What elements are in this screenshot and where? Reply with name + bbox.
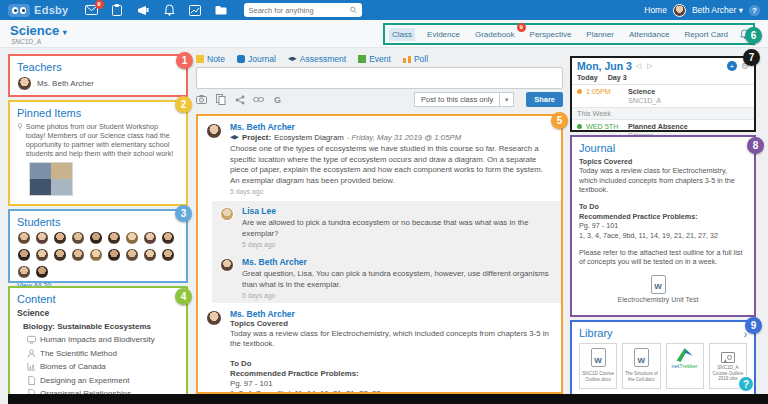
help-icon[interactable]: ? xyxy=(749,5,760,16)
library-item[interactable]: W The Structure of the Cell.docx xyxy=(622,343,660,389)
calendar-prev-icon[interactable]: ◁ xyxy=(636,62,643,70)
student-avatar[interactable] xyxy=(17,231,31,245)
analytics-icon[interactable] xyxy=(189,4,202,17)
composer-tab-event[interactable]: Event xyxy=(358,54,391,64)
post-title[interactable]: Ecosystem Diagram xyxy=(274,133,344,142)
teacher-item[interactable]: Ms. Beth Archer xyxy=(17,76,179,91)
tab-gradebook[interactable]: Gradebook9 xyxy=(472,28,518,41)
student-avatar[interactable] xyxy=(125,231,139,245)
student-avatar[interactable] xyxy=(143,231,157,245)
callout-3: 3 xyxy=(175,205,192,222)
post-timestamp: 5 days ago xyxy=(230,188,553,195)
share-nodes-icon[interactable] xyxy=(234,94,245,105)
journal-line: Recommended Practice Problems: xyxy=(579,212,747,221)
global-search[interactable] xyxy=(244,3,362,17)
content-unit[interactable]: Biology: Sustainable Ecosystems xyxy=(23,322,179,331)
calendar-event[interactable]: 1:05PM Science SNC1D_A xyxy=(572,85,754,107)
mail-icon[interactable]: 9 xyxy=(85,4,98,17)
post-author[interactable]: Ms. Beth Archer xyxy=(230,122,553,132)
reply-author[interactable]: Lisa Lee xyxy=(242,206,553,216)
feed-post-journal[interactable]: Ms. Beth Archer Topics Covered Today was… xyxy=(198,303,561,394)
library-title[interactable]: Library xyxy=(579,327,613,339)
tab-planner[interactable]: Planner xyxy=(583,28,617,41)
student-avatar[interactable] xyxy=(35,231,49,245)
camera-icon[interactable] xyxy=(196,94,207,105)
student-avatar[interactable] xyxy=(143,248,157,262)
post-replies: Lisa Lee Are we allowed to pick a tundra… xyxy=(212,201,561,303)
composer-tab-journal[interactable]: Journal xyxy=(237,54,276,64)
slideshow-icon xyxy=(27,335,36,344)
teachers-panel: Teachers Ms. Beth Archer xyxy=(8,54,188,97)
journal-attachment[interactable]: W Electrochemistry Unit Test xyxy=(603,275,713,305)
content-item[interactable]: Human Impacts and Biodiversity xyxy=(27,335,179,344)
link-icon[interactable] xyxy=(253,94,264,105)
student-avatar[interactable] xyxy=(107,248,121,262)
composer-tab-assessment[interactable]: Assessment xyxy=(288,54,346,64)
home-link[interactable]: Home xyxy=(644,5,667,15)
tab-report-card[interactable]: Report Card xyxy=(681,28,731,41)
calendar-date-title[interactable]: Mon, Jun 3 xyxy=(577,60,632,72)
bell-icon[interactable] xyxy=(163,4,176,17)
clipboard-icon[interactable] xyxy=(111,4,124,17)
student-avatar[interactable] xyxy=(71,231,85,245)
graduation-cap-icon xyxy=(288,57,297,62)
copy-paste-icon[interactable] xyxy=(215,94,226,105)
student-avatar[interactable] xyxy=(107,231,121,245)
post-composer: Note Journal Assessment Event Poll G Pos… xyxy=(196,54,563,112)
student-avatar[interactable] xyxy=(125,248,139,262)
student-avatar[interactable] xyxy=(53,231,67,245)
edsby-logo[interactable]: Edsby xyxy=(8,4,69,17)
help-bubble-icon[interactable]: ? xyxy=(738,376,754,392)
library-item[interactable]: netTrekker xyxy=(666,343,704,389)
content-item[interactable]: The Scientific Method xyxy=(27,349,179,358)
tab-attendance[interactable]: Attendance xyxy=(626,28,672,41)
pinned-photo-thumbnail[interactable] xyxy=(29,162,73,196)
calendar-next-icon[interactable]: ▷ xyxy=(647,62,654,70)
post-author[interactable]: Ms. Beth Archer xyxy=(230,309,553,319)
user-menu[interactable]: Beth Archer ▾ xyxy=(692,5,743,15)
composer-tab-note[interactable]: Note xyxy=(196,54,225,64)
reply-author[interactable]: Ms. Beth Archer xyxy=(242,257,553,267)
composer-tab-poll[interactable]: Poll xyxy=(403,54,428,64)
google-icon[interactable]: G xyxy=(272,94,283,105)
folder-icon[interactable] xyxy=(215,4,228,17)
search-input[interactable] xyxy=(249,6,346,15)
journal-line: Please refer to the attached test outlin… xyxy=(579,248,747,267)
journal-title[interactable]: Journal xyxy=(579,142,747,154)
pinned-item[interactable]: ⚲ Some photos from our Student Workshop … xyxy=(17,122,179,158)
content-item[interactable]: Designing an Experiment xyxy=(27,376,179,385)
student-avatar[interactable] xyxy=(17,265,31,279)
students-panel: Students View All 20 xyxy=(8,209,188,283)
reply-timestamp: 5 days ago xyxy=(242,241,553,248)
student-avatar[interactable] xyxy=(53,248,67,262)
tab-perspective[interactable]: Perspective xyxy=(527,28,575,41)
student-avatar[interactable] xyxy=(89,231,103,245)
student-avatar[interactable] xyxy=(161,248,175,262)
content-subject[interactable]: Science xyxy=(17,308,179,318)
journal-icon xyxy=(237,55,245,63)
student-avatar[interactable] xyxy=(35,248,49,262)
class-title-dropdown[interactable]: Science ▾ xyxy=(10,23,67,38)
megaphone-icon[interactable] xyxy=(137,4,150,17)
feed-post-project[interactable]: Ms. Beth Archer Project: Ecosystem Diagr… xyxy=(198,116,561,199)
reply-item[interactable]: Lisa Lee Are we allowed to pick a tundra… xyxy=(212,201,561,252)
user-avatar[interactable] xyxy=(673,4,686,17)
journal-line xyxy=(579,194,747,202)
content-panel: Content Science Biology: Sustainable Eco… xyxy=(8,286,188,398)
add-event-icon[interactable]: + xyxy=(727,61,737,71)
student-avatar[interactable] xyxy=(161,231,175,245)
student-avatar[interactable] xyxy=(89,248,103,262)
library-item[interactable]: W SNC1D Course Outline.docx xyxy=(579,343,617,389)
tab-evidence[interactable]: Evidence xyxy=(424,28,463,41)
tab-class[interactable]: Class xyxy=(389,28,415,41)
word-doc-icon: W xyxy=(591,348,606,367)
student-avatar[interactable] xyxy=(17,248,31,262)
calendar-panel: Mon, Jun 3 ◁ ▷ + ⚙ Today Day 3 1:05PM Sc… xyxy=(570,56,756,132)
student-avatar[interactable] xyxy=(35,265,49,279)
post-scope-select[interactable]: Post to this class only ▼ xyxy=(414,92,514,107)
reply-item[interactable]: Ms. Beth Archer Great question, Lisa. Yo… xyxy=(212,252,561,303)
post-text-input[interactable] xyxy=(196,67,563,89)
share-button[interactable]: Share xyxy=(526,92,563,107)
content-item[interactable]: Biomes of Canada xyxy=(27,362,179,371)
student-avatar[interactable] xyxy=(71,248,85,262)
